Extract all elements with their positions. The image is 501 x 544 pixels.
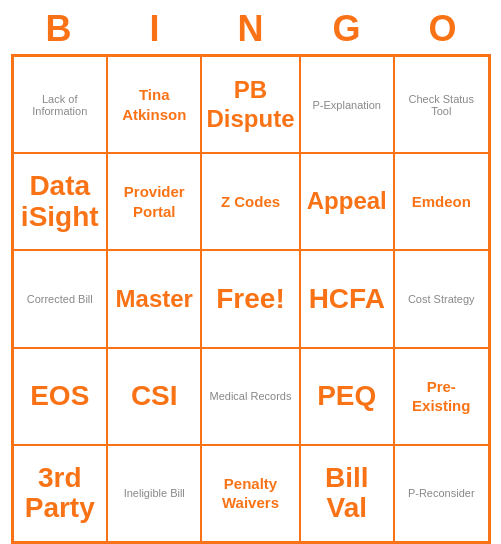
cell-label: Penalty Waivers [206,474,294,513]
cell-label: Z Codes [221,192,280,212]
cell-label: Appeal [307,187,387,216]
cell-label: Tina Atkinson [112,85,197,124]
cell-label: P-Reconsider [408,487,475,499]
cell-label: Ineligible Bill [124,487,185,499]
cell-label: Corrected Bill [27,293,93,305]
bingo-cell: Free! [201,250,299,347]
bingo-cell: P-Reconsider [394,445,489,542]
header-letter: N [207,8,295,50]
cell-label: Check Status Tool [399,93,484,117]
bingo-cell: Check Status Tool [394,56,489,153]
cell-label: Master [116,285,193,314]
bingo-cell: Emdeon [394,153,489,250]
cell-label: P-Explanation [313,99,382,111]
cell-label: PEQ [317,381,376,412]
cell-label: Lack of Information [18,93,102,117]
bingo-grid: Lack of InformationTina AtkinsonPB Dispu… [11,54,491,544]
cell-label: Bill Val [305,463,390,525]
cell-label: Free! [216,284,284,315]
bingo-header: BINGO [11,0,491,54]
cell-label: HCFA [309,284,385,315]
header-letter: G [303,8,391,50]
bingo-cell: Medical Records [201,348,299,445]
bingo-cell: HCFA [300,250,395,347]
bingo-cell: PEQ [300,348,395,445]
header-letter: O [399,8,487,50]
bingo-cell: 3rd Party [13,445,107,542]
cell-label: 3rd Party [18,463,102,525]
bingo-cell: Appeal [300,153,395,250]
bingo-cell: Master [107,250,202,347]
cell-label: Cost Strategy [408,293,475,305]
cell-label: Provider Portal [112,182,197,221]
bingo-cell: Ineligible Bill [107,445,202,542]
bingo-cell: Cost Strategy [394,250,489,347]
bingo-cell: PB Dispute [201,56,299,153]
cell-label: Data iSight [18,171,102,233]
cell-label: Pre-Existing [399,377,484,416]
bingo-cell: Z Codes [201,153,299,250]
bingo-cell: Tina Atkinson [107,56,202,153]
cell-label: Medical Records [210,390,292,402]
bingo-cell: Lack of Information [13,56,107,153]
cell-label: PB Dispute [206,76,294,134]
bingo-cell: Provider Portal [107,153,202,250]
bingo-cell: Penalty Waivers [201,445,299,542]
bingo-cell: Corrected Bill [13,250,107,347]
header-letter: B [15,8,103,50]
cell-label: EOS [30,381,89,412]
bingo-cell: Data iSight [13,153,107,250]
bingo-cell: Pre-Existing [394,348,489,445]
bingo-cell: CSI [107,348,202,445]
bingo-cell: Bill Val [300,445,395,542]
bingo-cell: EOS [13,348,107,445]
cell-label: Emdeon [412,192,471,212]
header-letter: I [111,8,199,50]
cell-label: CSI [131,381,178,412]
bingo-cell: P-Explanation [300,56,395,153]
